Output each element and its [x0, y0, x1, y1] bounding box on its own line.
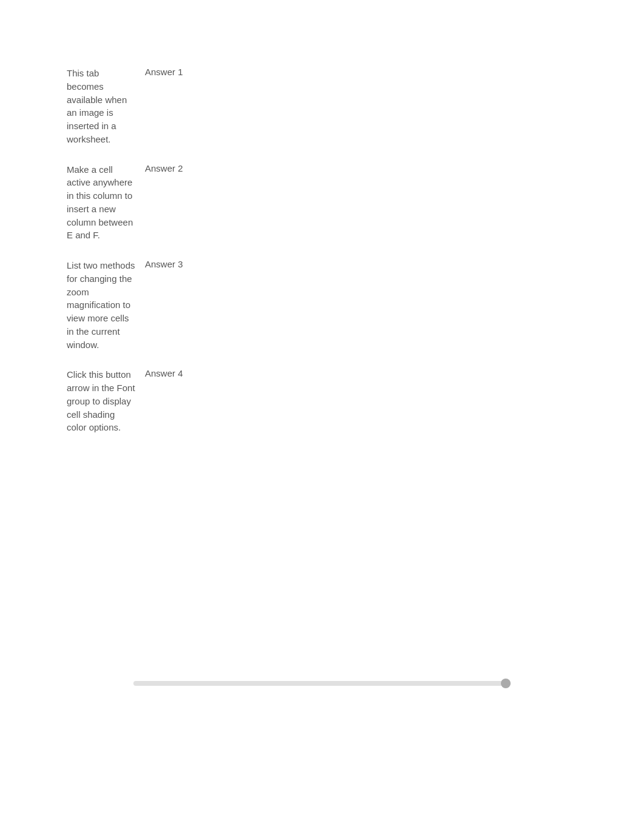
- qa-item-2: Make a cell active anywhere in this colu…: [67, 163, 644, 243]
- answer-label-3[interactable]: Answer 3: [145, 259, 183, 269]
- scrollbar-track[interactable]: [133, 681, 511, 686]
- scrollbar-area[interactable]: [0, 677, 644, 689]
- answer-label-4[interactable]: Answer 4: [145, 368, 183, 378]
- scrollbar-thumb[interactable]: [501, 679, 511, 688]
- qa-item-1: This tab becomes available when an image…: [67, 67, 644, 146]
- qa-item-3: List two methods for changing the zoom m…: [67, 259, 644, 351]
- question-text-3: List two methods for changing the zoom m…: [67, 259, 136, 351]
- question-text-1: This tab becomes available when an image…: [67, 67, 136, 146]
- question-text-4: Click this button arrow in the Font grou…: [67, 368, 136, 434]
- answer-label-1[interactable]: Answer 1: [145, 67, 183, 77]
- question-text-2: Make a cell active anywhere in this colu…: [67, 163, 136, 243]
- qa-item-4: Click this button arrow in the Font grou…: [67, 368, 644, 434]
- answer-label-2[interactable]: Answer 2: [145, 163, 183, 173]
- main-content: This tab becomes available when an image…: [0, 0, 644, 434]
